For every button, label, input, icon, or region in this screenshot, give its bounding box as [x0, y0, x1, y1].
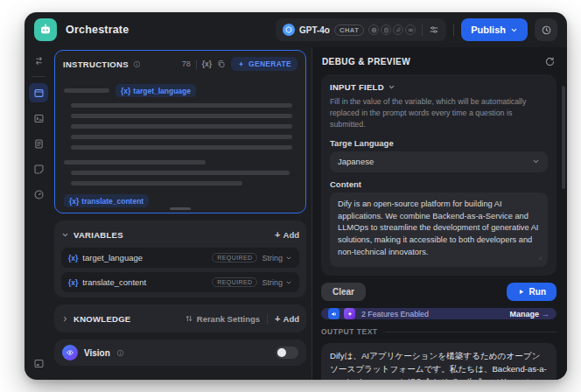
divider: [196, 60, 197, 69]
variable-row[interactable]: {x} translate_content REQUIRED String: [61, 272, 299, 292]
redacted-text-line: [71, 145, 292, 150]
run-button[interactable]: Run: [507, 283, 556, 301]
variables-title: VARIABLES: [74, 230, 123, 240]
model-selector[interactable]: GPT-4o CHAT: [276, 18, 446, 41]
target-language-select[interactable]: Japanese: [330, 151, 548, 172]
char-count: 78: [182, 60, 191, 68]
prompt-content[interactable]: {x} target_language {x}: [55, 74, 305, 213]
redacted-text-line: [71, 135, 292, 139]
rerank-settings-button[interactable]: Rerank Settings: [185, 314, 260, 324]
resize-corner-icon[interactable]: [536, 254, 542, 261]
sidebar-item-api[interactable]: [29, 108, 48, 128]
history-icon: [541, 24, 552, 36]
sparkle-icon: [237, 60, 245, 68]
sidebar-item-orchestrate[interactable]: [29, 83, 48, 102]
selected-value: Japanese: [338, 157, 374, 166]
toggle-knob: [277, 348, 286, 357]
play-icon: [517, 288, 525, 296]
info-icon: [116, 349, 124, 357]
variables-section: VARIABLES + Add {x} target_language REQU…: [54, 220, 306, 298]
chevron-down-icon: [285, 279, 292, 286]
layout-icon: [33, 358, 45, 369]
run-label: Run: [529, 287, 546, 297]
variable-name: translate_content: [82, 277, 146, 287]
divider: [453, 24, 454, 36]
sidebar-item-annotations[interactable]: [29, 159, 48, 178]
instructions-title: INSTRUCTIONS: [63, 60, 129, 69]
model-settings-icon[interactable]: [429, 24, 439, 35]
instructions-editor[interactable]: INSTRUCTIONS 78 {x} GENERATE: [54, 50, 306, 214]
divider: [385, 332, 556, 332]
scrollbar-thumb[interactable]: [562, 86, 565, 189]
more-like-this-feature-icon: [344, 308, 355, 319]
page-title: Orchestrate: [66, 24, 129, 36]
resize-handle[interactable]: [170, 207, 191, 210]
document-icon: [33, 138, 45, 150]
top-bar: Orchestrate GPT-4o CHAT: [24, 12, 567, 47]
variable-tag-target-language[interactable]: {x} target_language: [116, 84, 196, 97]
gauge-icon: [33, 189, 45, 200]
chevron-down-icon[interactable]: [61, 231, 69, 239]
variable-name: target_language: [82, 253, 143, 262]
debug-preview-panel: DEBUG & PREVIEW INPUT FIELD Fill in the …: [312, 47, 567, 380]
input-field-title: INPUT FIELD: [330, 82, 384, 92]
variable-token: {x}: [68, 278, 78, 287]
restart-button[interactable]: [544, 56, 556, 67]
chat-mode-badge: CHAT: [334, 24, 364, 36]
version-history-button[interactable]: [535, 18, 557, 41]
content-textarea[interactable]: Dify is an open-source platform for buil…: [330, 192, 548, 268]
clear-button[interactable]: Clear: [321, 283, 366, 301]
chevron-down-icon: [532, 158, 540, 165]
sidebar-item-monitoring[interactable]: [29, 185, 48, 204]
variable-tag-translate-content[interactable]: {x} translate_content: [64, 194, 149, 207]
type-label: String: [262, 278, 283, 287]
capability-icon: [393, 24, 403, 35]
required-badge: REQUIRED: [212, 277, 257, 287]
add-label: Add: [284, 314, 299, 324]
chevron-right-icon[interactable]: [61, 315, 69, 323]
publish-button[interactable]: Publish: [461, 18, 528, 41]
content-label: Content: [330, 179, 548, 189]
add-knowledge-button[interactable]: + Add: [275, 314, 299, 324]
app-icon[interactable]: [34, 18, 57, 41]
plus-icon: +: [275, 314, 280, 324]
output-text-title: OUTPUT TEXT: [321, 327, 378, 336]
vision-icon: [62, 345, 78, 360]
manage-features-link[interactable]: Manage →: [509, 310, 550, 318]
vision-toggle[interactable]: [276, 346, 298, 359]
sidebar-item-logs[interactable]: [29, 134, 48, 153]
rerank-label: Rerank Settings: [197, 314, 260, 324]
copy-icon[interactable]: [217, 60, 226, 68]
capability-icon: [405, 24, 416, 35]
add-label: Add: [284, 230, 299, 240]
generate-button[interactable]: GENERATE: [231, 57, 298, 71]
sidebar-item-switch-app[interactable]: [29, 51, 48, 70]
sidebar-divider: [32, 76, 46, 77]
redacted-text-line: [71, 103, 292, 108]
redacted-text-line: [71, 181, 242, 186]
vision-feature-row: Vision: [54, 340, 306, 366]
variable-token: {x}: [69, 197, 79, 206]
type-label: String: [262, 254, 283, 262]
input-field-card: INPUT FIELD Fill in the value of the var…: [321, 74, 556, 276]
redacted-text-line: [71, 124, 292, 129]
rerank-icon: [185, 314, 193, 323]
knowledge-section: KNOWLEDGE Rerank Settings + Add: [54, 304, 306, 332]
capability-icon: [368, 24, 379, 35]
add-variable-button[interactable]: + Add: [275, 230, 299, 240]
capability-icon: [381, 24, 391, 35]
variable-row[interactable]: {x} target_language REQUIRED String: [61, 248, 299, 268]
output-text-card: Difyは、AIアプリケーションを構築するためのオープンソースプラットフォームで…: [321, 343, 556, 380]
divider: [267, 314, 268, 324]
collapse-panel-button[interactable]: [29, 354, 48, 373]
insert-variable-icon[interactable]: {x}: [202, 60, 212, 68]
features-enabled-bar[interactable]: 2 Features Enabled Manage →: [321, 308, 556, 319]
vision-label: Vision: [84, 348, 110, 358]
left-sidebar: [24, 47, 52, 380]
model-capability-icons: [368, 24, 416, 35]
variable-type[interactable]: String: [262, 254, 292, 262]
eye-icon: [66, 348, 74, 357]
annotation-icon: [33, 164, 45, 175]
variable-type[interactable]: String: [262, 278, 292, 287]
chevron-down-icon[interactable]: [388, 83, 396, 91]
